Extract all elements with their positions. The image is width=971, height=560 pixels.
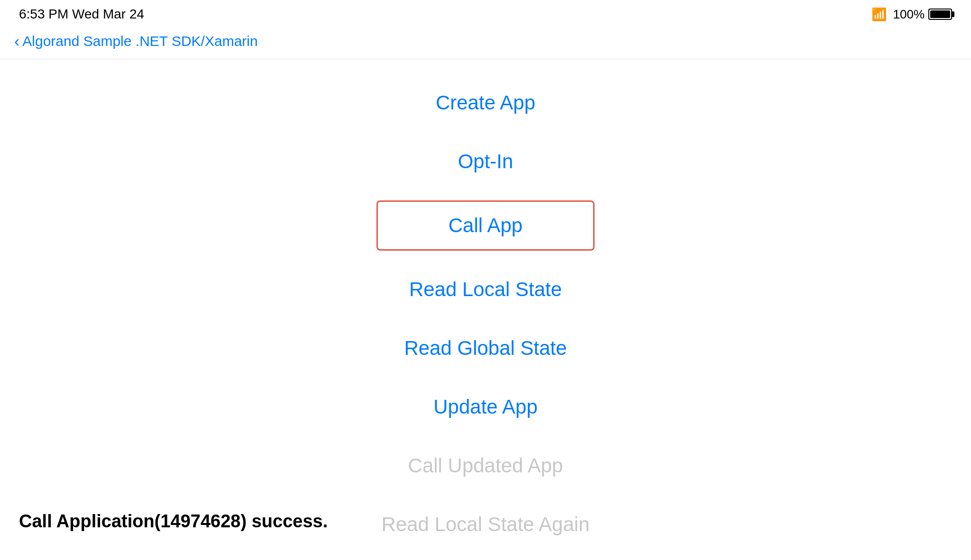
read-local-state-button[interactable]: Read Local State [0,260,971,319]
create-app-button[interactable]: Create App [0,73,971,132]
battery-icon [928,9,952,20]
battery-fill [930,10,950,18]
close-out-app-button: Close Out App [0,554,971,560]
opt-in-button[interactable]: Opt-In [0,132,971,191]
main-content: Create App Opt-In Call App Read Local St… [0,59,971,560]
status-message: Call Application(14974628) success. [19,511,328,532]
opt-in-label: Opt-In [458,150,513,173]
read-global-state-label: Read Global State [404,337,567,360]
update-app-button[interactable]: Update App [0,378,971,436]
back-chevron-icon: ‹ [14,33,19,49]
call-app-button[interactable]: Call App [376,200,595,251]
back-label: Algorand Sample .NET SDK/Xamarin [22,33,257,49]
back-button[interactable]: ‹ Algorand Sample .NET SDK/Xamarin [14,33,258,49]
read-local-state-again-label: Read Local State Again [382,513,590,536]
call-updated-app-button: Call Updated App [0,436,971,495]
status-icons: 📶 100% [871,7,953,22]
battery-percent: 100% [893,7,925,22]
create-app-label: Create App [436,91,535,114]
status-time: 6:53 PM Wed Mar 24 [19,7,144,22]
battery-container: 100% [893,7,953,22]
status-bar: 6:53 PM Wed Mar 24 📶 100% [0,0,971,28]
call-updated-app-label: Call Updated App [408,454,563,477]
read-local-state-label: Read Local State [409,278,562,301]
nav-bar: ‹ Algorand Sample .NET SDK/Xamarin [0,28,971,59]
wifi-icon: 📶 [871,7,887,22]
update-app-label: Update App [433,396,538,418]
read-global-state-button[interactable]: Read Global State [0,319,971,378]
call-app-label: Call App [449,214,522,237]
